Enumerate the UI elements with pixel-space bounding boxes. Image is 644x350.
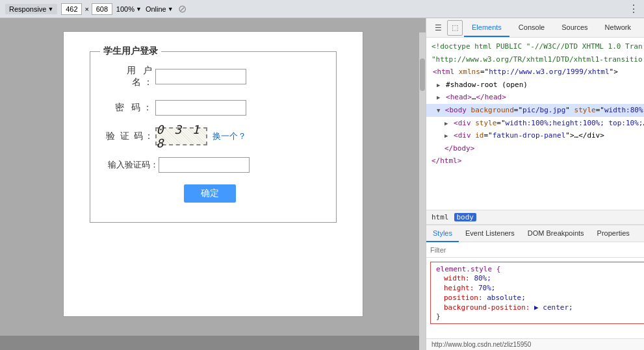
tree-html-open[interactable]: <html xmlns="http://www.w3.org/1999/xhtm… [426, 66, 644, 79]
preview-scrollbar[interactable] [419, 32, 426, 350]
tab-properties[interactable]: Properties [591, 225, 636, 242]
captcha-image: 0 3 1 8 [155, 127, 207, 145]
tree-body[interactable]: ▼ <body background="pic/bg.jpg" style="w… [426, 104, 644, 117]
tab-event-listeners[interactable]: Event Listeners [459, 225, 521, 242]
css-rule-width: width: 80%; [436, 273, 644, 283]
css-close-brace: } [436, 312, 441, 321]
dimension-box: × [61, 3, 112, 15]
submit-row: 确定 [103, 184, 316, 203]
tab-elements[interactable]: Elements [464, 19, 509, 37]
preview-content: 学生用户登录 用 户 名： 密 码： [0, 18, 426, 336]
css-element-style: element.style { width: 80%; height: 70%;… [430, 262, 644, 324]
filter-bar: :hov .cls + [426, 242, 644, 258]
rotate-icon[interactable]: ⊘ [177, 4, 188, 14]
zoom-dropdown[interactable]: 100% ▼ [116, 5, 142, 13]
devtools-panel: ☰ ⬚ Elements Console Sources Network <!d… [426, 18, 644, 350]
html-tree: <!doctype html PUBLIC "-//W3C//DTD XHTML… [426, 38, 644, 210]
css-rule-bg-position: background-position: ▶ center; [436, 303, 644, 312]
main-area: 学生用户登录 用 户 名： 密 码： [0, 18, 644, 350]
tree-div2[interactable]: ▶ <div id="fatkun-drop-panel">…</div> [426, 129, 644, 142]
captcha-text: 0 3 1 8 [157, 123, 206, 150]
css-selector: element.style { [436, 265, 500, 273]
responsive-arrow: ▼ [47, 6, 53, 12]
inspect-icon[interactable]: ⬚ [447, 20, 463, 36]
breadcrumb-bar: html body [426, 210, 644, 225]
css-rule-height: height: 70%; [436, 283, 644, 293]
height-input[interactable] [92, 3, 112, 15]
dimension-separator: × [84, 5, 88, 13]
captcha-row: 验 证 码： 0 3 1 8 换一个？ [103, 127, 316, 145]
password-row: 密 码： [103, 100, 316, 116]
username-input[interactable] [155, 69, 246, 84]
breadcrumb-body[interactable]: body [454, 213, 477, 221]
online-dropdown[interactable]: Online ▼ [146, 5, 174, 13]
tree-div1[interactable]: ▶ <div style="width:100%;height:100%; to… [426, 117, 644, 130]
devtools-toolbar: Responsive ▼ × 100% ▼ Online ▼ ⊘ ⋮ [0, 0, 644, 18]
captcha-label: 验 证 码： [103, 131, 155, 142]
zoom-label: 100% [116, 5, 135, 13]
responsive-label: Responsive [9, 5, 46, 13]
tab-console[interactable]: Console [511, 19, 552, 37]
page-url: http://www.blog.csdn.net/zliz15950 [431, 341, 531, 348]
tree-body-close[interactable]: </body> [426, 142, 644, 155]
username-row: 用 户 名： [103, 65, 316, 88]
input-captcha-row: 输入验证码： [103, 157, 316, 173]
password-label: 密 码： [103, 102, 155, 114]
online-arrow: ▼ [168, 6, 174, 12]
input-captcha-label: 输入验证码： [103, 159, 159, 171]
styles-tab-bar: Styles Event Listeners DOM Breakpoints P… [426, 225, 644, 242]
css-rule-position: position: absolute; [436, 293, 644, 303]
toolbar-left: Responsive ▼ × 100% ▼ Online ▼ ⊘ ⋮ [5, 3, 639, 15]
devtools-tab-bar: ☰ ⬚ Elements Console Sources Network [426, 18, 644, 38]
password-input[interactable] [155, 100, 246, 116]
responsive-dropdown[interactable]: Responsive ▼ [5, 4, 57, 14]
filter-input[interactable] [430, 246, 644, 254]
refresh-captcha-link[interactable]: 换一个？ [213, 131, 246, 142]
width-input[interactable] [61, 3, 82, 15]
preview-panel: 学生用户登录 用 户 名： 密 码： [0, 18, 426, 350]
login-container: 学生用户登录 用 户 名： 密 码： [64, 32, 363, 242]
tab-styles[interactable]: Styles [426, 225, 459, 242]
cursor-icon[interactable]: ☰ [430, 20, 446, 36]
more-options-icon[interactable]: ⋮ [628, 3, 639, 15]
breadcrumb-html[interactable]: html [431, 213, 449, 221]
submit-button[interactable]: 确定 [184, 184, 236, 203]
tree-shadow-root[interactable]: ▶ #shadow-root (open) [426, 79, 644, 92]
bottom-url-bar: http://www.blog.csdn.net/zliz15950 [426, 338, 644, 350]
tree-html-close[interactable]: </html> [426, 155, 644, 168]
login-box: 学生用户登录 用 户 名： 密 码： [90, 51, 337, 223]
login-title: 学生用户登录 [100, 45, 161, 57]
tree-head[interactable]: ▶ <head>…</head> [426, 91, 644, 104]
tab-dom-breakpoints[interactable]: DOM Breakpoints [521, 225, 591, 242]
styles-content: element.style { width: 80%; height: 70%;… [426, 258, 644, 338]
tree-dtd[interactable]: "http://www.w3.org/TR/xhtml1/DTD/xhtml1-… [426, 53, 644, 66]
zoom-arrow: ▼ [136, 6, 142, 12]
styles-panel: Styles Event Listeners DOM Breakpoints P… [426, 225, 644, 338]
scrollbar-thumb [420, 58, 425, 91]
tree-doctype[interactable]: <!doctype html PUBLIC "-//W3C//DTD XHTML… [426, 40, 644, 53]
device-frame: 学生用户登录 用 户 名： 密 码： [63, 31, 363, 317]
tab-network[interactable]: Network [597, 19, 639, 37]
username-label: 用 户 名： [103, 65, 155, 88]
online-label: Online [146, 5, 166, 13]
tab-sources[interactable]: Sources [554, 19, 595, 37]
captcha-input[interactable] [159, 157, 250, 173]
